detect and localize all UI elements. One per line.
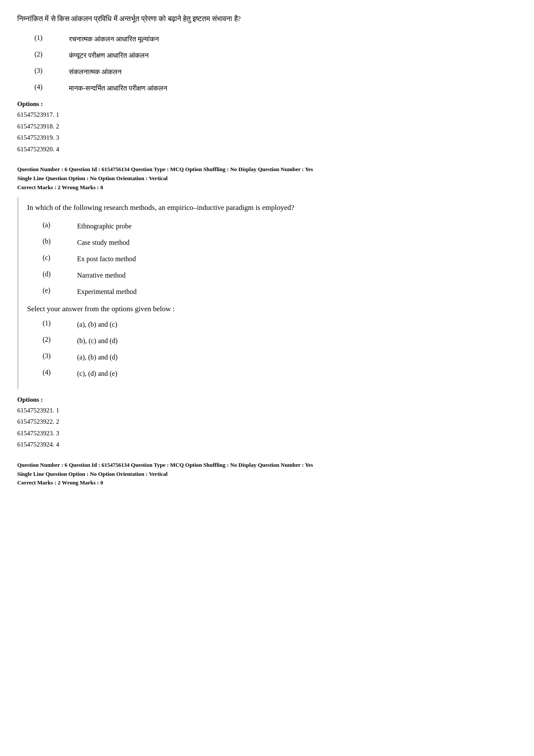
q6-answer-option-row: (3)(a), (b) and (d) [34,352,510,362]
hindi-option-code: 61547523917. 1 [17,109,517,121]
q6-answer-option-row: (4)(c), (d) and (e) [34,369,510,379]
q6-sub-options: (a)Ethnographic probe(b)Case study metho… [34,221,510,297]
q6-sub-option-label: (e) [43,287,77,294]
options-header-2: Options : [17,396,517,403]
q6-answer-option-text: (c), (d) and (e) [77,369,117,379]
q6-answer-option-row: (1)(a), (b) and (c) [34,319,510,330]
hindi-option-code: 61547523919. 3 [17,132,517,144]
q6-answer-option-label: (2) [43,336,77,344]
hindi-option-label: (3) [34,67,69,75]
q6-sub-option-label: (d) [43,270,77,278]
q6-meta: Question Number : 6 Question Id : 615475… [17,165,517,192]
q6-option-code: 61547523924. 4 [17,439,517,450]
hindi-option-row: (3)संकलनात्मक आंकलन [26,67,517,77]
hindi-option-row: (4)मानक-सन्दर्भित आधारित परीक्षण आंकलन [26,83,517,94]
q6-sub-option-text: Experimental method [77,287,137,297]
q6-answer-option-row: (2)(b), (c) and (d) [34,336,510,346]
q6-sub-option-text: Ex post facto method [77,254,136,264]
hindi-option-code: 61547523920. 4 [17,144,517,155]
q6-sub-option-row: (d)Narrative method [34,270,510,281]
q6b-meta-line1: Question Number : 6 Question Id : 615475… [17,462,313,468]
hindi-option-row: (1)रचनात्मक आंकलन आधारित मूल्यांकन [26,34,517,44]
hindi-option-code: 61547523918. 2 [17,121,517,132]
hindi-codes-list: 61547523917. 161547523918. 261547523919.… [17,109,517,155]
hindi-option-text: संकलनात्मक आंकलन [69,67,121,77]
q6b-correct-marks: Correct Marks : 2 Wrong Marks : 0 [17,479,103,486]
q6-meta-line2: Single Line Question Option : No Option … [17,175,168,181]
q6-sub-option-text: Narrative method [77,270,125,281]
options-header-1: Options : [17,100,517,108]
q6-answer-options: (1)(a), (b) and (c)(2)(b), (c) and (d)(3… [34,319,510,379]
q6-codes-list: 61547523921. 161547523922. 261547523923.… [17,405,517,450]
q6-answer-option-text: (a), (b) and (d) [77,352,118,362]
hindi-option-label: (1) [34,34,69,42]
q6b-meta: Question Number : 6 Question Id : 615475… [17,461,517,487]
q6-option-code: 61547523921. 1 [17,405,517,416]
q6-option-code: 61547523923. 3 [17,428,517,439]
q6-question-text: In which of the following research metho… [25,202,510,213]
q6-sub-option-row: (a)Ethnographic probe [34,221,510,231]
select-answer-text: Select your answer from the options give… [27,305,510,313]
hindi-option-label: (2) [34,50,69,58]
q6-answer-option-label: (3) [43,352,77,360]
q6-answer-option-label: (1) [43,319,77,327]
q6-sub-option-label: (a) [43,221,77,229]
q6-option-code: 61547523922. 2 [17,416,517,428]
hindi-option-text: मानक-सन्दर्भित आधारित परीक्षण आंकलन [69,83,167,94]
q6-answer-option-label: (4) [43,369,77,376]
q6-correct-marks: Correct Marks : 2 Wrong Marks : 0 [17,184,103,191]
q6-sub-option-row: (e)Experimental method [34,287,510,297]
hindi-options-list: (1)रचनात्मक आंकलन आधारित मूल्यांकन(2)कंप… [26,34,517,94]
q6-sub-option-row: (c)Ex post facto method [34,254,510,264]
q6-sub-option-label: (b) [43,237,77,245]
hindi-option-text: रचनात्मक आंकलन आधारित मूल्यांकन [69,34,159,44]
q6-options-section: Options : 61547523921. 161547523922. 261… [17,396,517,450]
hindi-option-label: (4) [34,83,69,91]
q6b-meta-line2: Single Line Question Option : No Option … [17,471,168,477]
hindi-option-text: कंप्यूटर परीक्षण आधारित आंकलन [69,50,149,61]
hindi-question-section: निम्नांकित में से किस आंकलन प्रविधि में … [17,13,517,155]
q6-answer-option-text: (a), (b) and (c) [77,319,117,330]
q6-meta-line1: Question Number : 6 Question Id : 615475… [17,166,313,172]
q6-body: In which of the following research metho… [17,197,517,389]
hindi-option-row: (2)कंप्यूटर परीक्षण आधारित आंकलन [26,50,517,61]
q6-sub-option-row: (b)Case study method [34,237,510,248]
hindi-question-text: निम्नांकित में से किस आंकलन प्रविधि में … [17,13,517,25]
q6-answer-option-text: (b), (c) and (d) [77,336,118,346]
q6-sub-option-text: Ethnographic probe [77,221,132,231]
q6-sub-option-label: (c) [43,254,77,262]
q6-sub-option-text: Case study method [77,237,130,248]
